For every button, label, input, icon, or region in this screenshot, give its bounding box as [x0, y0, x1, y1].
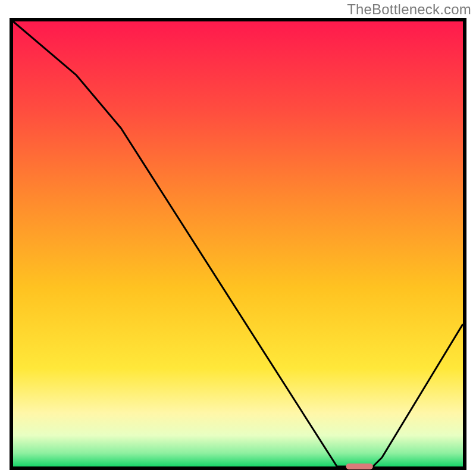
chart-minimum-marker: [346, 464, 372, 469]
bottleneck-chart: [10, 18, 466, 470]
chart-plot-area: [13, 21, 463, 466]
watermark-text: TheBottleneck.com: [347, 1, 471, 18]
